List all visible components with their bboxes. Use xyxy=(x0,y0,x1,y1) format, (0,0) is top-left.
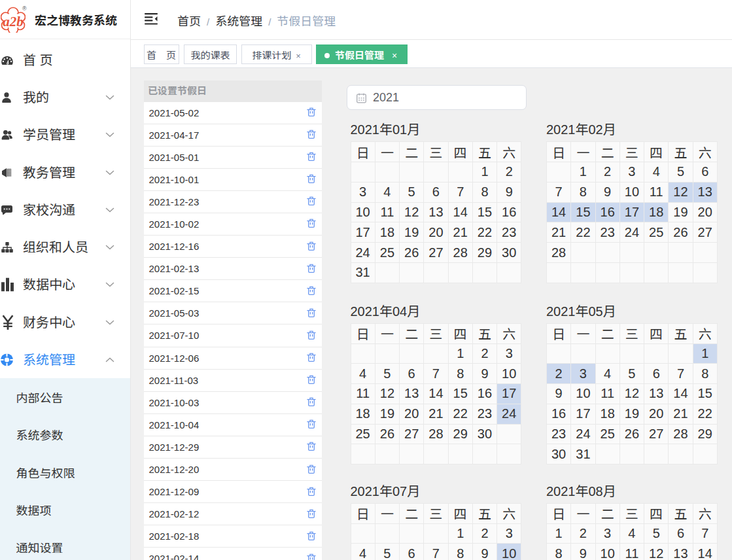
svg-text:a2b: a2b xyxy=(3,14,24,29)
